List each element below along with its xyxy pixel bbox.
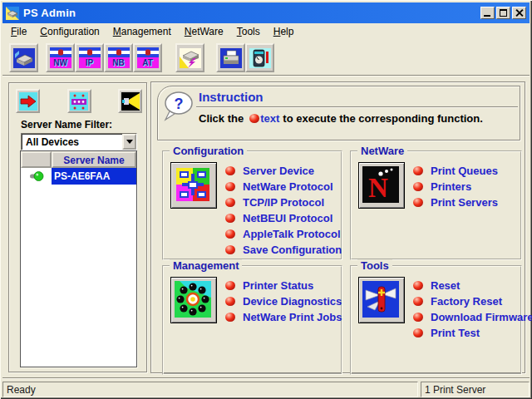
toolbar-tcpip-protocol-button[interactable]: IP — [75, 43, 104, 72]
action-print-queues[interactable]: Print Queues — [413, 163, 519, 179]
save-config-icon — [180, 48, 201, 68]
toolbar-netbeui-protocol-button[interactable]: NB — [104, 43, 133, 72]
red-bullet-icon — [225, 229, 235, 239]
red-bullet-icon — [413, 281, 423, 290]
multimeter-icon — [249, 48, 271, 68]
status-column-header — [21, 151, 52, 168]
main-pane: ? Instruction Click the text to execute … — [150, 81, 525, 373]
server-device-icon — [13, 48, 35, 68]
window-title: PS Admin — [23, 7, 76, 19]
sidebar-search-button[interactable] — [118, 89, 142, 113]
sidebar-filter-button[interactable] — [67, 89, 91, 113]
menu-management[interactable]: Management — [106, 24, 178, 39]
action-appletalk-protocol[interactable]: AppleTalk Protocol — [225, 226, 339, 242]
printer-icon — [220, 48, 242, 68]
management-icon — [170, 277, 217, 323]
action-save-configuration[interactable]: Save Configuration — [225, 242, 339, 258]
configuration-icon — [170, 162, 217, 209]
client-area: Server Name Filter: All Devices Server N… — [2, 75, 530, 379]
server-count: 1 Print Server — [421, 382, 530, 397]
flag-label-nw: NW — [53, 59, 67, 67]
menu-netware[interactable]: NetWare — [178, 24, 230, 39]
red-bullet-icon — [413, 297, 423, 306]
action-netware-protocol[interactable]: NetWare Protocol — [225, 179, 339, 195]
app-icon — [6, 7, 19, 20]
action-reset[interactable]: Reset — [413, 278, 519, 293]
red-bullet-icon — [249, 114, 259, 123]
action-label: Save Configuration — [243, 244, 342, 256]
appletalk-flag-icon: AT — [137, 47, 159, 68]
flag-label-ip: IP — [86, 59, 93, 67]
action-label: Print Servers — [431, 196, 498, 209]
tools-icon — [358, 277, 405, 323]
menu-configuration[interactable]: Configuration — [33, 24, 106, 39]
action-print-test[interactable]: Print Test — [413, 325, 519, 341]
minimize-button[interactable] — [480, 7, 495, 19]
status-led-icon — [29, 170, 44, 182]
arrow-right-icon — [19, 92, 37, 111]
menu-tools[interactable]: Tools — [230, 24, 267, 39]
action-device-diagnostics[interactable]: Device Diagnostics — [225, 293, 339, 309]
action-label: NetWare Protocol — [243, 180, 333, 193]
action-server-device[interactable]: Server Device — [225, 163, 339, 179]
maximize-icon — [500, 9, 507, 17]
maximize-button[interactable] — [496, 7, 510, 19]
toolbar-save-config-button[interactable] — [175, 43, 204, 72]
netbeui-flag-icon: NB — [108, 47, 130, 68]
combobox-value: All Devices — [22, 134, 122, 150]
action-download-firmware[interactable]: Download Firmware — [413, 309, 519, 325]
instruction-text-suffix: to execute the corresponding function. — [283, 112, 483, 125]
menu-file[interactable]: File — [4, 24, 33, 39]
groupbox-netware: NetWare N Print Queues Printers Print Se… — [350, 150, 522, 260]
action-print-servers[interactable]: Print Servers — [413, 195, 519, 210]
action-label: Device Diagnostics — [243, 295, 342, 308]
action-netbeui-protocol[interactable]: NetBEUI Protocol — [225, 210, 339, 226]
groupbox-tools: Tools Reset Factory Reset — [350, 265, 522, 375]
red-bullet-icon — [225, 297, 235, 306]
groupbox-management: Management — [162, 265, 342, 375]
red-bullet-icon — [225, 281, 235, 290]
netware-group-title: NetWare — [357, 145, 407, 157]
action-label: Printers — [431, 180, 471, 193]
toolbar-diagnostics-button[interactable] — [245, 43, 274, 72]
server-row[interactable]: PS-AE6FAA — [21, 168, 136, 185]
device-filter-combobox[interactable]: All Devices — [21, 133, 137, 150]
titlebar: PS Admin — [2, 2, 530, 23]
ip-flag-icon: IP — [79, 47, 101, 68]
action-netware-print-jobs[interactable]: NetWare Print Jobs — [225, 309, 339, 325]
close-button[interactable] — [512, 7, 526, 19]
red-bullet-icon — [413, 328, 423, 337]
netware-flag-icon: NW — [50, 47, 71, 68]
server-name-column-header: Server Name — [52, 151, 136, 168]
action-printers[interactable]: Printers — [413, 179, 519, 195]
action-factory-reset[interactable]: Factory Reset — [413, 293, 519, 309]
action-tcpip-protocol[interactable]: TCP/IP Protocol — [225, 195, 339, 210]
chevron-down-icon — [126, 140, 133, 147]
server-name-filter-label: Server Name Filter: — [21, 119, 146, 131]
action-label: Factory Reset — [431, 295, 502, 308]
toolbar-server-device-button[interactable] — [9, 43, 38, 72]
toolbar-netware-protocol-button[interactable]: NW — [46, 43, 75, 72]
menu-help[interactable]: Help — [267, 24, 301, 39]
menubar: File Configuration Management NetWare To… — [2, 23, 530, 40]
action-label: Printer Status — [243, 279, 313, 292]
flashlight-icon — [121, 92, 140, 111]
red-bullet-icon — [225, 313, 235, 322]
instruction-title: Instruction — [199, 90, 264, 104]
red-bullet-icon — [225, 245, 235, 254]
instruction-text-prefix: Click the — [199, 112, 244, 125]
toolbar-printer-status-button[interactable] — [216, 43, 245, 72]
red-bullet-icon — [225, 214, 235, 223]
action-printer-status[interactable]: Printer Status — [225, 278, 339, 293]
red-bullet-icon — [413, 313, 423, 322]
management-group-title: Management — [170, 259, 242, 272]
server-name-cell: PS-AE6FAA — [52, 168, 136, 185]
red-bullet-icon — [225, 166, 235, 175]
sidebar-refresh-button[interactable] — [16, 89, 40, 113]
toolbar-appletalk-protocol-button[interactable]: AT — [133, 43, 162, 72]
banner-icon — [70, 92, 88, 111]
netware-icon: N — [358, 162, 405, 209]
action-label: TCP/IP Protocol — [243, 196, 324, 209]
combobox-dropdown-button[interactable] — [122, 134, 136, 150]
red-bullet-icon — [413, 198, 423, 207]
